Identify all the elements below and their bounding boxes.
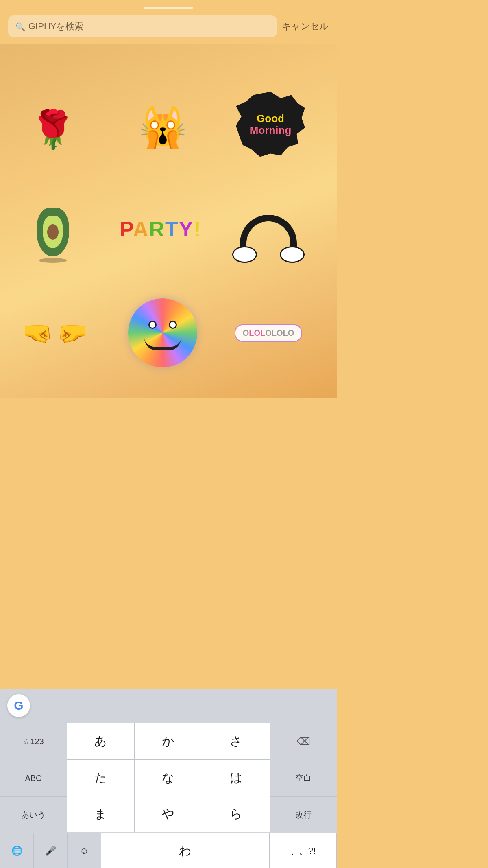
keyboard-rows-2-3: ABC あいう た な は ま や ら 空白 xyxy=(0,760,337,833)
morning-text: Morning xyxy=(250,125,292,136)
avocado-sticker[interactable] xyxy=(28,199,77,272)
disco-left-eye xyxy=(148,321,157,329)
disco-ball-sticker[interactable] xyxy=(122,292,203,374)
globe-icon: 🌐 xyxy=(11,846,22,856)
party-sticker[interactable]: PARTY! xyxy=(114,203,207,256)
disco-circle xyxy=(128,298,197,367)
key-abc[interactable]: ABC xyxy=(0,760,67,796)
fist-bump-sticker[interactable]: 🤜 🤛 xyxy=(16,308,94,357)
party-y: Y xyxy=(179,217,194,241)
key-ta[interactable]: た xyxy=(67,760,135,796)
lol-L: LOL xyxy=(249,328,265,337)
left-col-2-3: ABC あいう xyxy=(0,760,67,833)
disco-right-eye xyxy=(169,321,177,329)
party-t: T xyxy=(165,217,179,241)
avocado-shape xyxy=(37,208,69,256)
emoji-icon: ☺ xyxy=(80,846,89,856)
keyboard-row2-mid: た な は xyxy=(67,760,270,796)
giphy-grid: 🌹 🙀 Good Morning PARTY! xyxy=(0,44,337,398)
key-punctuation[interactable]: 、。?! xyxy=(270,833,337,868)
key-a[interactable]: あ xyxy=(67,723,135,760)
key-ka[interactable]: か xyxy=(135,723,202,760)
key-emoji[interactable]: ☺ xyxy=(68,833,101,868)
google-g: G xyxy=(14,699,23,713)
headphones-left-cup xyxy=(233,247,256,262)
lol-sticker[interactable]: OLOLOLOLO xyxy=(228,313,309,353)
keyboard-mid-2-3: た な は ま や ら xyxy=(67,760,270,833)
headphones-sticker[interactable] xyxy=(228,195,309,260)
key-ma[interactable]: ま xyxy=(67,796,135,832)
key-ya[interactable]: や xyxy=(135,796,202,832)
mic-icon: 🎤 xyxy=(45,846,56,856)
key-ha[interactable]: は xyxy=(202,760,270,796)
keyboard: ☆123 あ か さ ⌫ ABC あいう た な xyxy=(0,723,337,868)
key-space[interactable]: 空白 xyxy=(270,760,337,797)
key-microphone[interactable]: 🎤 xyxy=(34,833,68,868)
shocked-cat-sticker[interactable]: 🙀 xyxy=(126,93,199,162)
goodmorning-sticker[interactable]: Good Morning xyxy=(232,89,309,160)
search-bar[interactable]: 🔍 GIPHYを検索 xyxy=(8,15,277,37)
disco-eyes xyxy=(148,321,177,329)
key-aiueo[interactable]: あいう xyxy=(0,796,67,833)
google-logo[interactable]: G xyxy=(7,694,30,717)
key-sa[interactable]: さ xyxy=(202,723,270,760)
avocado-shadow xyxy=(39,258,67,263)
key-enter[interactable]: 改行 xyxy=(270,797,337,833)
google-bar: G xyxy=(0,689,337,723)
search-input[interactable]: GIPHYを検索 xyxy=(28,20,270,33)
key-wa[interactable]: わ xyxy=(101,833,270,868)
keyboard-row3-mid: ま や ら xyxy=(67,796,270,832)
disco-mouth xyxy=(144,338,181,350)
key-backspace[interactable]: ⌫ xyxy=(270,723,337,760)
keyboard-bottom-row: 🌐 🎤 ☺ わ 、。?! xyxy=(0,833,337,868)
party-exclamation: ! xyxy=(194,217,202,241)
right-panel-2-3: 空白 改行 xyxy=(270,760,337,833)
avocado-seed xyxy=(47,224,59,240)
keyboard-row-1: ☆123 あ か さ ⌫ xyxy=(0,723,337,760)
cat-emoji: 🙀 xyxy=(139,105,187,150)
lol-rest: OLOLO xyxy=(265,328,294,337)
party-p: P xyxy=(120,217,133,241)
key-globe[interactable]: 🌐 xyxy=(0,833,34,868)
key-special-123[interactable]: ☆123 xyxy=(0,723,67,760)
backspace-icon: ⌫ xyxy=(296,736,310,747)
headphones-arc xyxy=(240,215,297,247)
search-area: 🔍 GIPHYを検索 キャンセル xyxy=(0,9,337,44)
party-r: R xyxy=(149,217,166,241)
rose-sticker[interactable]: 🌹 xyxy=(16,97,89,162)
goodmorning-text: Good Morning xyxy=(250,113,292,136)
keyboard-container: G ☆123 あ か さ ⌫ ABC あいう xyxy=(0,689,337,868)
right-hand-emoji: 🤛 xyxy=(57,319,87,348)
keyboard-row1-mid: あ か さ xyxy=(67,723,270,760)
hands-container: 🤜 🤛 xyxy=(22,319,87,348)
party-text: PARTY! xyxy=(120,217,202,241)
key-na[interactable]: な xyxy=(135,760,202,796)
lol-o-left: O xyxy=(243,328,249,337)
key-ra[interactable]: ら xyxy=(202,796,270,832)
left-hand-emoji: 🤜 xyxy=(22,319,53,348)
search-icon: 🔍 xyxy=(15,22,24,31)
good-text: Good xyxy=(250,113,292,125)
headphones-right-cup xyxy=(281,247,303,262)
cancel-button[interactable]: キャンセル xyxy=(282,20,329,33)
party-a: A xyxy=(133,217,149,241)
lol-bubble: OLOLOLOLO xyxy=(235,324,303,342)
avocado-inner xyxy=(43,216,63,248)
goodmorning-shape: Good Morning xyxy=(236,92,305,157)
rose-emoji: 🌹 xyxy=(30,108,76,151)
